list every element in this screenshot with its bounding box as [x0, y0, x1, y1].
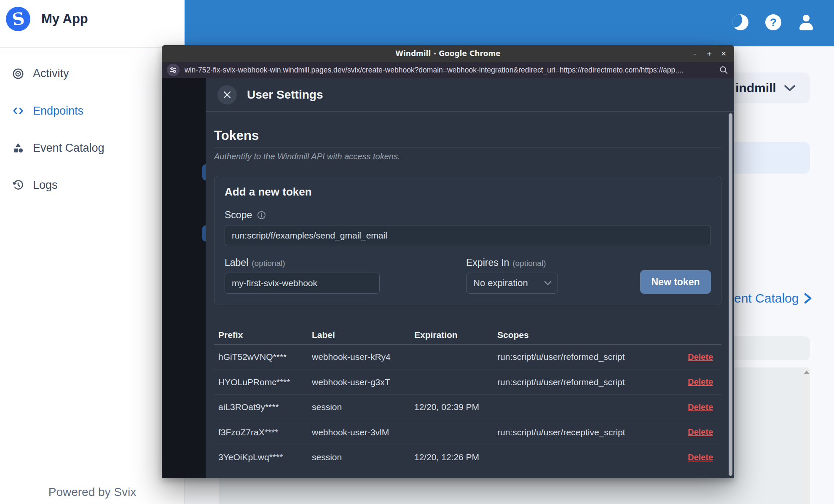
hidden-button-fragment [202, 225, 206, 241]
token-label: session [312, 452, 414, 462]
table-row: hGiT52wVNQ**** webhook-user-kRy4 run:scr… [214, 345, 721, 370]
token-label: webhook-user-3vlM [312, 427, 414, 437]
label-input[interactable] [225, 273, 380, 294]
svix-logo-icon: S [6, 7, 30, 31]
label-field-label: Label [225, 257, 248, 268]
token-prefix: aiL3ROat9y**** [218, 402, 312, 412]
drawer-title: User Settings [247, 88, 323, 102]
tokens-table: Prefix Label Expiration Scopes hGiT52wVN… [214, 325, 721, 470]
delete-token-link[interactable]: Delete [688, 377, 721, 387]
app-name: My App [41, 11, 88, 27]
event-catalog-link[interactable]: ent Catalog [734, 291, 812, 306]
token-scopes: run:script/u/user/reformed_script [497, 377, 684, 387]
token-prefix: HYOLuPRomc**** [218, 377, 312, 387]
token-expiration: 12/20, 12:26 PM [414, 452, 497, 462]
chevron-down-icon [544, 281, 552, 286]
address-bar[interactable]: win-752-fix-svix-webhook-win.windmill.pa… [185, 66, 714, 75]
sidebar-item-event-catalog[interactable]: Event Catalog [0, 129, 185, 166]
window-title: Windmill - Google Chrome [162, 45, 734, 62]
drawer-scrollbar[interactable] [729, 113, 732, 476]
token-prefix: f3FzoZ7raX**** [218, 427, 312, 437]
token-label: webhook-user-kRy4 [312, 352, 414, 362]
add-token-card: Add a new token Scope Label(o [214, 176, 721, 305]
drawer-header: User Settings [206, 78, 734, 112]
event-catalog-icon [12, 142, 24, 154]
token-scopes: run:script/u/user/receptive_script [497, 427, 684, 437]
sidebar-nav: Activity Endpoints Event Catalog Logs [0, 55, 185, 204]
table-header-row: Prefix Label Expiration Scopes [214, 325, 721, 345]
sidebar-item-label: Activity [33, 67, 69, 80]
column-header-label: Label [312, 330, 414, 340]
token-prefix: hGiT52wVNQ**** [218, 352, 312, 362]
scope-label: Scope [225, 209, 252, 221]
delete-token-link[interactable]: Delete [688, 453, 721, 462]
window-titlebar[interactable]: Windmill - Google Chrome – + ✕ [162, 45, 734, 62]
window-minimize-button[interactable]: – [689, 47, 701, 60]
column-header-prefix: Prefix [218, 330, 312, 340]
sidebar-item-label: Endpoints [33, 105, 83, 118]
hidden-button-fragment [202, 164, 206, 180]
app-header: ? [185, 0, 834, 46]
optional-hint: (optional) [512, 259, 546, 268]
logs-icon [12, 179, 24, 191]
window-maximize-button[interactable]: + [703, 47, 716, 60]
chrome-window: Windmill - Google Chrome – + ✕ win-752-f… [162, 45, 734, 478]
drawer-body: Tokens Authentify to the Windmill API wi… [206, 128, 734, 470]
divider [0, 47, 185, 48]
token-label: session [312, 402, 414, 412]
activity-icon [12, 67, 24, 80]
zoom-search-icon[interactable] [719, 65, 728, 75]
scroll-up-arrow-icon [804, 370, 809, 374]
help-icon[interactable]: ? [764, 13, 783, 32]
add-token-heading: Add a new token [225, 185, 711, 198]
event-catalog-link-label: ent Catalog [734, 291, 799, 306]
table-row: f3FzoZ7raX**** webhook-user-3vlM run:scr… [214, 420, 721, 445]
optional-hint: (optional) [252, 259, 285, 268]
site-settings-icon[interactable] [167, 64, 180, 76]
close-icon[interactable] [217, 85, 237, 105]
expires-dropdown[interactable]: No expiration [466, 273, 558, 294]
browser-content: User Settings Tokens Authentify to the W… [162, 78, 734, 478]
user-icon[interactable] [797, 13, 815, 32]
app-logo[interactable]: S My App [6, 7, 88, 31]
token-scopes: run:script/u/user/reformed_script [497, 352, 684, 362]
token-expiration: 12/20, 02:39 PM [414, 402, 497, 412]
dark-mode-moon-icon[interactable] [731, 13, 750, 32]
sidebar-item-activity[interactable]: Activity [0, 55, 185, 92]
info-icon [257, 211, 266, 220]
delete-token-link[interactable]: Delete [688, 352, 721, 362]
token-label: webhook-user-g3xT [312, 377, 414, 387]
tokens-heading: Tokens [214, 128, 721, 147]
dimmed-page-background [162, 78, 206, 478]
user-settings-drawer: User Settings Tokens Authentify to the W… [206, 78, 734, 478]
powered-by-svix: Powered by Svix [0, 485, 185, 499]
browser-urlbar: win-752-fix-svix-webhook-win.windmill.pa… [162, 62, 734, 78]
delete-token-link[interactable]: Delete [688, 427, 721, 437]
panel-scrollbar[interactable] [803, 367, 810, 504]
sidebar: S My App Activity Endpoints Event Catal [0, 0, 185, 504]
environment-dropdown-label: indmill [735, 81, 776, 95]
chevron-down-icon [784, 84, 796, 92]
scope-input[interactable] [225, 225, 711, 246]
column-header-expiration: Expiration [414, 330, 497, 340]
table-row: aiL3ROat9y**** session 12/20, 02:39 PM D… [214, 395, 721, 420]
sidebar-item-logs[interactable]: Logs [0, 166, 185, 204]
column-header-scopes: Scopes [497, 330, 684, 340]
new-token-button[interactable]: New token [640, 270, 711, 294]
window-close-button[interactable]: ✕ [717, 47, 730, 60]
endpoints-icon [12, 105, 24, 117]
sidebar-item-label: Logs [33, 179, 58, 192]
delete-token-link[interactable]: Delete [688, 402, 721, 412]
token-prefix: 3YeOiKpLwq**** [218, 452, 312, 462]
expires-dropdown-value: No expiration [473, 278, 528, 289]
chevron-right-icon [804, 293, 812, 304]
expires-field-label: Expires In [466, 257, 509, 268]
sidebar-item-label: Event Catalog [33, 142, 105, 155]
sidebar-item-endpoints[interactable]: Endpoints [0, 92, 185, 129]
table-row: 3YeOiKpLwq**** session 12/20, 12:26 PM D… [214, 445, 721, 470]
question-mark-glyph: ? [765, 14, 781, 30]
tokens-description: Authentify to the Windmill API with acce… [214, 152, 721, 161]
table-row: HYOLuPRomc**** webhook-user-g3xT run:scr… [214, 370, 721, 395]
